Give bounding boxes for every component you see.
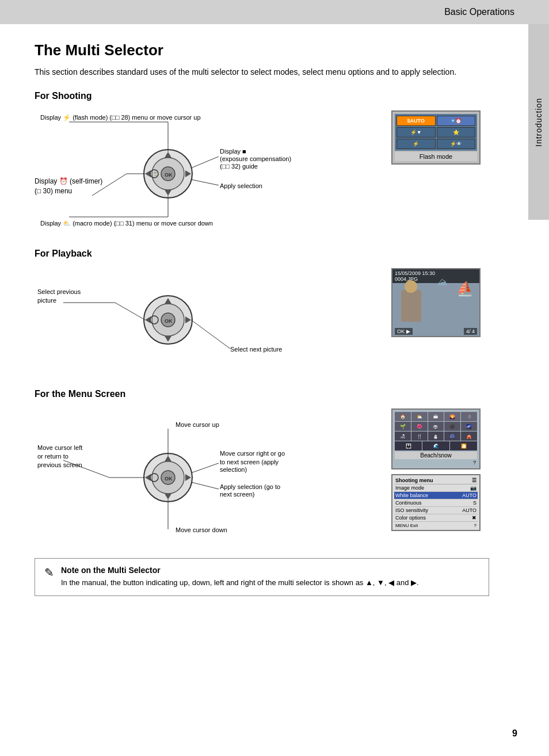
menu-screen-label: Beach/snow <box>395 452 477 459</box>
playback-counter: 4/ 4 <box>464 328 477 335</box>
svg-text:(exposure compensation): (exposure compensation) <box>220 155 291 162</box>
screen-icon-3: ⚡ <box>396 139 436 149</box>
shooting-menu-color-value: ✖ <box>472 515 476 521</box>
playback-camera-screen: 15/05/2009 15:30 0004.JPG ⛵ ⛰ 4/ 4 OK ▶ <box>391 268 481 337</box>
svg-text:picture: picture <box>37 297 56 304</box>
menu-icon-5: ☃ <box>461 412 477 421</box>
menu-icon-6: 🌱 <box>395 422 411 431</box>
svg-line-61 <box>191 482 219 489</box>
playback-date: 15/05/2009 15:30 <box>395 270 435 276</box>
shooting-menu-wb-value: AUTO <box>462 492 476 498</box>
playback-diagram: OK Select previo <box>35 268 311 366</box>
svg-marker-7 <box>185 170 191 177</box>
screen-icon-2: ⭐ <box>437 127 476 138</box>
shooting-menu-icon: ☰ <box>472 478 476 483</box>
screen-icon-flash: ⚡▼ <box>396 127 436 138</box>
shooting-menu-row-color: Color options ✖ <box>394 514 478 522</box>
note-title: Note on the Multi Selector <box>61 566 419 575</box>
svg-text:or return to: or return to <box>37 453 68 460</box>
note-text: In the manual, the button indicating up,… <box>61 577 419 589</box>
svg-line-37 <box>191 320 230 349</box>
svg-line-33 <box>115 303 145 320</box>
note-content: Note on the Multi Selector In the manual… <box>61 566 419 589</box>
svg-text:Display ■: Display ■ <box>220 148 246 155</box>
menu-icon-2: ⛅ <box>411 412 428 421</box>
shooting-title: For Shooting <box>35 91 489 101</box>
menu-icon-4: 🌄 <box>444 412 460 421</box>
svg-text:Display ⚡ (flash mode) (□□ 28): Display ⚡ (flash mode) (□□ 28) menu or m… <box>40 113 201 121</box>
shooting-menu-iso-value: AUTO <box>462 507 476 513</box>
flash-mode-label: Flash mode <box>395 152 477 161</box>
svg-text:(□□ 32) guide: (□□ 32) guide <box>220 163 258 170</box>
shooting-menu-row-image: Image mode 📷 <box>394 484 478 492</box>
shooting-menu-image-label: Image mode <box>395 485 424 491</box>
shooting-camera-screen: $AUTO ☀⏰ ⚡▼ ⭐ ⚡ ⚡👁 Flash mode <box>391 110 481 165</box>
svg-point-8 <box>150 170 158 178</box>
menu-icon-screen: 🏠 ⛅ 🏔 🌄 ☃ 🌱 🌺 🏟 ⚫ 🌌 <box>391 408 481 469</box>
shooting-menu-image-value: 📷 <box>470 485 476 491</box>
svg-text:Move cursor down: Move cursor down <box>176 526 227 533</box>
page-title: The Multi Selector <box>35 41 489 59</box>
svg-marker-6 <box>145 170 151 177</box>
shooting-menu-title: Shooting menu <box>395 478 433 483</box>
shooting-screen: $AUTO ☀⏰ ⚡▼ ⭐ ⚡ ⚡👁 Flash mode <box>391 110 489 165</box>
playback-section: For Playback OK <box>35 249 489 372</box>
menu-screen-right: 🏠 ⛅ 🏔 🌄 ☃ 🌱 🌺 🏟 ⚫ 🌌 <box>391 408 489 531</box>
svg-text:to next screen (apply: to next screen (apply <box>220 459 279 465</box>
playback-diagram-section: OK Select previo <box>35 268 489 372</box>
svg-text:Select next picture: Select next picture <box>230 346 283 353</box>
header-title: Basic Operations <box>444 7 514 17</box>
shooting-menu-exit: MENU Exit <box>395 523 418 528</box>
menu-screen-diagram-section: OK Move cursor up <box>35 408 489 541</box>
svg-text:Apply selection: Apply selection <box>220 182 262 189</box>
main-content: The Multi Selector This section describe… <box>0 24 524 613</box>
svg-point-2 <box>161 167 175 181</box>
menu-icon-14: 🎆 <box>444 432 460 441</box>
shooting-menu-wb-label: White balance <box>395 492 428 498</box>
menu-icon-8: 🏟 <box>428 422 444 431</box>
menu-icon-9: ⚫ <box>444 422 460 431</box>
svg-point-0 <box>144 150 192 198</box>
menu-screen-section: For the Menu Screen OK <box>35 389 489 541</box>
menu-screen-title: For the Menu Screen <box>35 389 489 399</box>
playback-mountains: ⛰ <box>437 276 448 288</box>
side-tab-label: Introduction <box>534 97 543 146</box>
svg-line-57 <box>191 463 219 473</box>
svg-line-19 <box>191 180 219 185</box>
page-number: 9 <box>512 728 517 739</box>
shooting-menu-screen: Shooting menu ☰ Image mode 📷 White balan… <box>391 474 481 531</box>
shooting-diagram-section: OK ⌛ <box>35 110 489 231</box>
svg-text:OK: OK <box>165 318 173 324</box>
shooting-menu-cont-label: Continuous <box>395 500 422 506</box>
menu-icon-15: 🎪 <box>461 432 477 441</box>
shooting-menu-help: ? <box>474 523 476 528</box>
svg-text:Display ⛅ (macro mode) (□□ 31): Display ⛅ (macro mode) (□□ 31) menu or m… <box>40 219 213 227</box>
svg-marker-4 <box>165 152 171 158</box>
menu-screen-diagram-left: OK Move cursor up <box>35 408 380 541</box>
playback-diagram-left: OK Select previo <box>35 268 380 372</box>
shooting-diagram: OK ⌛ <box>35 110 311 231</box>
menu-icon-11: 🏖 <box>395 432 411 441</box>
svg-text:Apply selection (go to: Apply selection (go to <box>220 483 280 490</box>
menu-icon-18: 🎦 <box>450 441 477 450</box>
shooting-menu-row-wb: White balance AUTO <box>394 492 478 499</box>
shooting-section: For Shooting OK <box>35 91 489 231</box>
shooting-left-annotation: Display ⏰ (self-timer)(□ 30) menu <box>35 177 102 196</box>
menu-icon-1: 🏠 <box>395 412 411 421</box>
svg-text:Move cursor up: Move cursor up <box>176 421 219 428</box>
menu-icon-12: 🍴 <box>411 432 428 441</box>
intro-text: This section describes standard uses of … <box>35 66 489 78</box>
svg-point-1 <box>152 158 184 190</box>
shooting-menu-row-cont: Continuous S <box>394 499 478 507</box>
svg-text:OK: OK <box>165 476 173 482</box>
side-tab: Introduction <box>528 24 549 220</box>
playback-ok-icon: OK ▶ <box>395 328 413 335</box>
playback-figure-head <box>405 280 417 293</box>
svg-marker-5 <box>165 190 171 196</box>
shooting-menu-cont-value: S <box>473 500 476 506</box>
shooting-menu-iso-label: ISO sensitivity <box>395 507 428 513</box>
header: Basic Operations <box>0 0 549 24</box>
svg-text:next screen): next screen) <box>220 491 255 498</box>
menu-icon-10: 🌌 <box>461 422 477 431</box>
svg-text:Move cursor right or go: Move cursor right or go <box>220 450 285 457</box>
